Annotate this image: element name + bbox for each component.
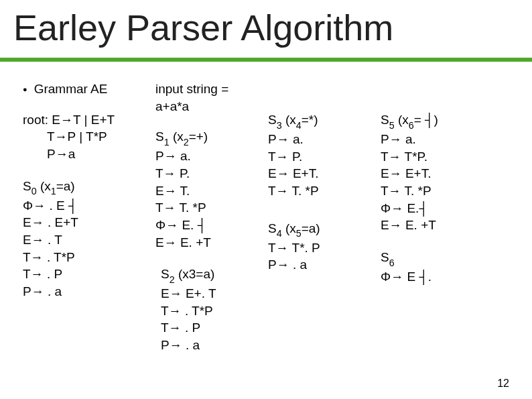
s2-item: E→ E+. T	[161, 285, 249, 302]
s5-item: E→ E+T.	[381, 165, 494, 182]
s3-header: S3 (x4=*)	[268, 111, 362, 131]
s1-item: T→ T. *P	[155, 199, 249, 217]
grammar-label: Grammar AE	[34, 80, 108, 98]
column-s3-s4: S3 (x4=*) P→ a. T→ P. E→ E+T. T→ T. *P S…	[268, 80, 362, 369]
s3-item: T→ P.	[268, 148, 362, 166]
grammar-root: root: E→T | E+T	[23, 111, 137, 129]
title-bar: Earley Parser Algorithm	[0, 0, 532, 62]
input-string-label: input string = a+a*a	[155, 80, 249, 115]
state-s4: S4 (x5=a) T→ T*. P P→ . a	[268, 220, 362, 274]
s6-item: Φ→ E ┤.	[381, 268, 494, 286]
s0-item: T→ . T*P	[23, 249, 137, 266]
s0-item: E→ . E+T	[23, 214, 137, 231]
s5-item: E→ E. +T	[381, 217, 494, 234]
slide-title: Earley Parser Algorithm	[13, 7, 519, 48]
s3-item: P→ a.	[268, 131, 362, 148]
s1-header: S1 (x2=+)	[155, 128, 249, 148]
s5-header: S5 (x6= ┤)	[381, 111, 494, 131]
column-s1-s2: input string = a+a*a S1 (x2=+) P→ a. T→ …	[155, 80, 249, 369]
state-s2: S2 (x3=a) E→ E+. T T→ . T*P T→ . P P→ . …	[155, 266, 249, 354]
s0-item: T→ . P	[23, 266, 137, 283]
s1-item: Φ→ E. ┤	[155, 217, 249, 234]
s0-item: E→ . T	[23, 231, 137, 249]
s0-item: P→ . a	[23, 283, 137, 300]
page-number: 12	[497, 378, 509, 390]
slide-content: ● Grammar AE root: E→T | E+T T→P | T*P P…	[0, 62, 532, 376]
s4-item: T→ T*. P	[268, 239, 362, 257]
column-s5-s6: S5 (x6= ┤) P→ a. T→ T*P. E→ E+T. T→ T. *…	[381, 80, 494, 369]
s2-item: P→ . a	[161, 337, 249, 354]
s1-item: T→ P.	[155, 165, 249, 182]
s5-item: P→ a.	[381, 131, 494, 148]
s3-item: T→ T. *P	[268, 182, 362, 200]
s5-item: T→ T. *P	[381, 182, 494, 200]
state-s5: S5 (x6= ┤) P→ a. T→ T*P. E→ E+T. T→ T. *…	[381, 111, 494, 234]
s5-item: T→ T*P.	[381, 148, 494, 166]
grammar-heading: ● Grammar AE	[23, 80, 137, 98]
grammar-rules: root: E→T | E+T T→P | T*P P→a	[23, 111, 137, 163]
state-s1: S1 (x2=+) P→ a. T→ P. E→ T. T→ T. *P Φ→ …	[155, 128, 249, 251]
s2-item: T→ . P	[161, 319, 249, 337]
grammar-rule-t: T→P | T*P	[23, 128, 137, 146]
s1-item: E→ T.	[155, 182, 249, 200]
s2-header: S2 (x3=a)	[161, 266, 249, 285]
s5-item: Φ→ E.┤	[381, 200, 494, 217]
s6-header: S6	[381, 249, 494, 268]
s0-header: S0 (x1=a)	[23, 178, 137, 197]
s2-item: T→ . T*P	[161, 302, 249, 320]
column-grammar: ● Grammar AE root: E→T | E+T T→P | T*P P…	[23, 80, 137, 369]
s3-item: E→ E+T.	[268, 165, 362, 182]
s4-item: P→ . a	[268, 256, 362, 274]
state-s0: S0 (x1=a) Φ→ . E ┤ E→ . E+T E→ . T T→ . …	[23, 178, 137, 300]
s4-header: S4 (x5=a)	[268, 220, 362, 239]
state-s3: S3 (x4=*) P→ a. T→ P. E→ E+T. T→ T. *P	[268, 111, 362, 200]
s1-item: E→ E. +T	[155, 234, 249, 251]
state-s6: S6 Φ→ E ┤.	[381, 249, 494, 286]
s1-item: P→ a.	[155, 148, 249, 165]
bullet-icon: ●	[23, 84, 27, 95]
s0-item: Φ→ . E ┤	[23, 197, 137, 215]
grammar-rule-p: P→a	[23, 146, 137, 163]
